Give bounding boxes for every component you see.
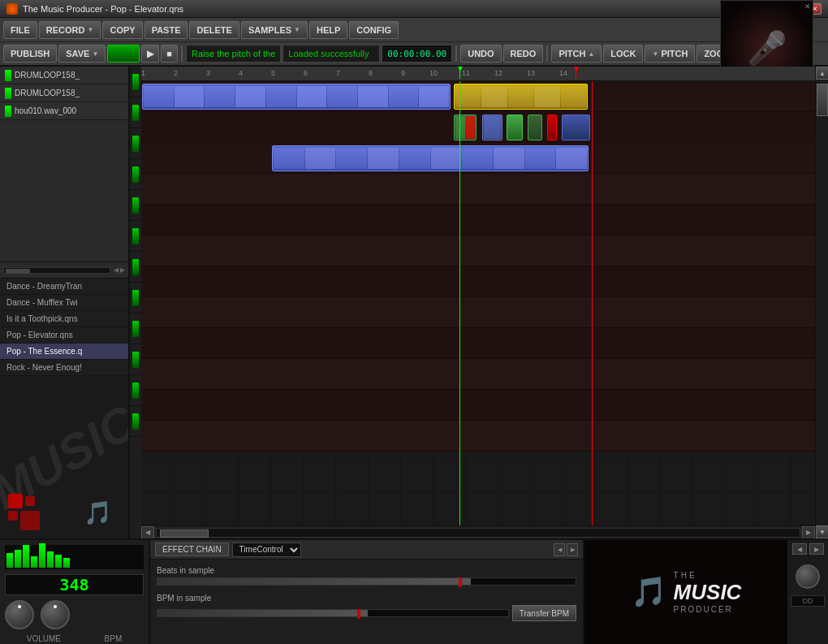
preview-figure: 🎤: [747, 29, 787, 67]
track-vol-bar-4[interactable]: [130, 159, 141, 190]
track-vol-bar-6[interactable]: [130, 221, 141, 252]
eq-bar-0: [6, 553, 13, 568]
track-row-2: [141, 112, 815, 143]
small-controls: ◀ ▶ DD: [787, 540, 828, 644]
clip-blue-3[interactable]: [272, 145, 589, 171]
file-item-1[interactable]: Dance - Mufflex Twi: [0, 295, 128, 311]
clip-mix-4[interactable]: [528, 115, 542, 140]
samples-button[interactable]: SAMPLES ▼: [241, 21, 308, 39]
bpm-slider-thumb[interactable]: [357, 609, 360, 619]
track-vol-bar-10[interactable]: [130, 344, 141, 375]
pitch2-button[interactable]: ▼ PITCH: [645, 45, 695, 63]
tl-mark-9: 10: [429, 69, 438, 77]
file-item-3[interactable]: Pop - Elevator.qns: [0, 327, 128, 344]
bpm-slider[interactable]: [157, 609, 509, 617]
h-scroll-right-btn[interactable]: ▶: [802, 526, 815, 539]
tracks-container[interactable]: [141, 81, 815, 525]
effect-body: Beats in sample BPM in sample: [150, 560, 583, 644]
track-item-1[interactable]: DRUMLOOP158_: [0, 84, 128, 102]
v-scroll-thumb[interactable]: [817, 84, 828, 116]
v-scroll-track[interactable]: [816, 80, 828, 525]
h-scroll-thumb[interactable]: [160, 529, 209, 538]
transfer-bpm-button[interactable]: Transfer BPM: [512, 605, 576, 621]
track-vol-bar-12[interactable]: [130, 406, 141, 437]
track-vol-bar-8[interactable]: [130, 283, 141, 313]
track-row-3: [141, 143, 815, 174]
publish-button[interactable]: PUBLISH: [3, 45, 57, 63]
loaded-status: Loaded successfully: [282, 45, 380, 63]
eq-bar-4: [39, 543, 45, 568]
track-item-2[interactable]: hou010.wav_000: [0, 102, 128, 120]
small-right-btn[interactable]: ▶: [809, 543, 824, 555]
beats-slider-fill: [157, 578, 471, 585]
record-button[interactable]: RECORD ▼: [39, 21, 101, 39]
tl-mark-2: 3: [206, 69, 210, 77]
v-scroll-down-btn[interactable]: ▼: [816, 525, 828, 538]
config-button[interactable]: CONFIG: [349, 21, 399, 39]
middle-section: DRUMLOOP158_DRUMLOOP158_hou010.wav_000 ◀…: [0, 67, 828, 538]
track-vol-bar-2[interactable]: [130, 97, 141, 128]
redo-button[interactable]: REDO: [503, 45, 544, 63]
delete-button[interactable]: DELETE: [189, 21, 239, 39]
tl-mark-4: 5: [271, 69, 275, 77]
file-item-4[interactable]: Pop - The Essence.q: [0, 344, 128, 360]
tl-mark-6: 7: [336, 69, 340, 77]
tl-mark-0: 1: [141, 69, 145, 77]
file-list: Dance - DreamyTranDance - Mufflex TwiIs …: [0, 278, 128, 376]
track-vol-bar-1[interactable]: [130, 67, 141, 97]
effect-chain-tab[interactable]: EFFECT CHAIN: [155, 542, 229, 556]
clip-mix-5[interactable]: [547, 115, 557, 140]
track-item-0[interactable]: DRUMLOOP158_: [0, 67, 128, 84]
app-icon: [6, 3, 18, 15]
vol-indicator-1: [5, 88, 11, 99]
effect-select[interactable]: TimeControl: [232, 542, 301, 557]
copy-button[interactable]: COPY: [102, 21, 142, 39]
effect-panel: EFFECT CHAIN TimeControl ◀ ▶ Beats in sa…: [150, 540, 584, 644]
help-button[interactable]: HELP: [309, 21, 347, 39]
track-vol-bar-11[interactable]: [130, 375, 141, 406]
h-scroll-left-btn[interactable]: ◀: [141, 526, 154, 539]
clip-mix-1[interactable]: [454, 115, 477, 140]
h-scroll-left[interactable]: [3, 267, 110, 274]
eq-bar-1: [15, 550, 21, 568]
clip-blue-1[interactable]: [142, 84, 451, 110]
save-button[interactable]: SAVE ▼: [58, 45, 106, 63]
file-item-2[interactable]: Is it a Toothpick.qns: [0, 311, 128, 327]
beats-slider[interactable]: [157, 577, 576, 586]
v-scroll-up-btn[interactable]: ▲: [816, 67, 828, 80]
beats-slider-thumb[interactable]: [459, 577, 462, 587]
track-vol-bar-3[interactable]: [130, 128, 141, 159]
track-vol-bar-7[interactable]: [130, 252, 141, 283]
stop-button[interactable]: ■: [161, 45, 178, 63]
effect-next-btn[interactable]: ▶: [567, 543, 578, 556]
volume-knob[interactable]: [5, 600, 34, 629]
h-scroll-track[interactable]: [156, 528, 800, 538]
clip-mix-3[interactable]: [507, 115, 523, 140]
track-vol-bar-9[interactable]: [130, 313, 141, 344]
small-left-btn[interactable]: ◀: [792, 543, 807, 555]
track-vol-bar-5[interactable]: [130, 190, 141, 221]
lock-button[interactable]: LOCK: [603, 45, 643, 63]
play-forward-button[interactable]: ▶: [141, 45, 159, 63]
track-row-5: [141, 205, 815, 236]
h-scrollbar: ◀ ▶: [141, 525, 815, 538]
effect-nav-buttons: ◀ ▶: [554, 543, 578, 556]
clip-mix-2[interactable]: [482, 115, 502, 140]
record-arrow: ▼: [88, 26, 94, 33]
clip-yellow-1[interactable]: [454, 84, 588, 110]
preview-close-button[interactable]: ✕: [804, 2, 811, 11]
pitch1-button[interactable]: PITCH ▲: [551, 45, 602, 63]
paste-button[interactable]: PASTE: [144, 21, 188, 39]
tl-mark-5: 6: [304, 69, 308, 77]
play-button[interactable]: [107, 45, 140, 63]
effect-prev-btn[interactable]: ◀: [554, 543, 565, 556]
clip-mix-6[interactable]: [562, 115, 590, 140]
file-item-5[interactable]: Rock - Never Enoug!: [0, 360, 128, 376]
eq-bar-7: [63, 558, 70, 568]
effect-header: EFFECT CHAIN TimeControl ◀ ▶: [150, 540, 583, 560]
undo-button[interactable]: UNDO: [460, 45, 501, 63]
file-button[interactable]: FILE: [3, 21, 37, 39]
bpm-knob[interactable]: [41, 600, 70, 629]
small-knob[interactable]: [796, 564, 820, 589]
file-item-0[interactable]: Dance - DreamyTran: [0, 279, 128, 295]
